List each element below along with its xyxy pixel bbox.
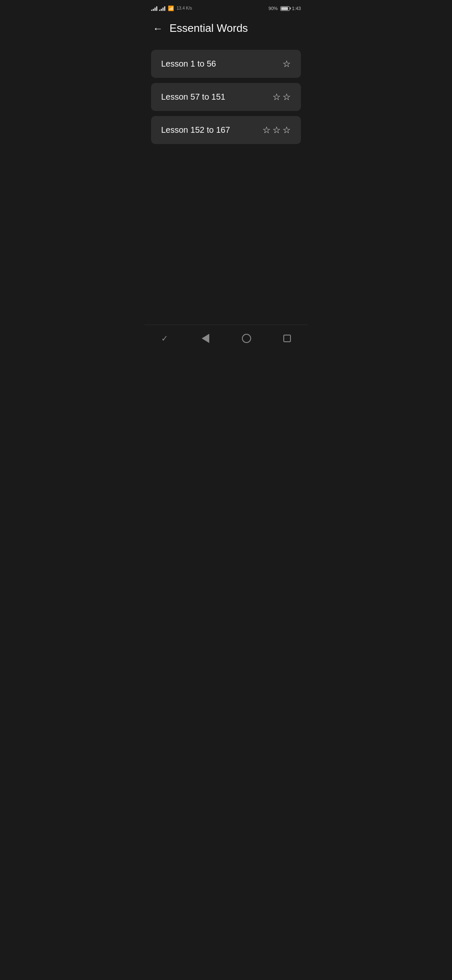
lesson-1-label: Lesson 1 to 56: [161, 59, 216, 69]
wifi-icon: 📶: [168, 5, 174, 11]
nav-recents-button[interactable]: [279, 330, 295, 347]
recents-icon: [283, 335, 291, 342]
nav-checkmark-button[interactable]: ✓: [157, 330, 173, 347]
home-icon: [242, 334, 251, 343]
star-icon: ☆: [282, 126, 291, 135]
checkmark-icon: ✓: [161, 333, 168, 343]
clock: 1:43: [292, 6, 301, 11]
status-right: 90% 1:43: [269, 6, 301, 11]
signal-icon-1: [151, 6, 157, 11]
battery-icon: [280, 6, 290, 11]
star-icon: ☆: [272, 93, 281, 102]
nav-home-button[interactable]: [238, 330, 255, 347]
star-icon: ☆: [282, 59, 291, 69]
battery-percentage: 90%: [269, 6, 278, 11]
lesson-3-label: Lesson 152 to 167: [161, 125, 230, 135]
star-icon: ☆: [262, 126, 271, 135]
page-title: Essential Words: [170, 22, 248, 35]
lesson-card-3[interactable]: Lesson 152 to 167 ☆ ☆ ☆: [151, 116, 301, 144]
back-button[interactable]: ←: [153, 23, 163, 34]
header: ← Essential Words: [144, 15, 308, 41]
lesson-1-stars: ☆: [282, 59, 291, 69]
star-icon: ☆: [282, 93, 291, 102]
signal-icon-2: [159, 6, 165, 11]
status-left: 📶 13.4 K/s: [151, 5, 192, 11]
nav-back-button[interactable]: [197, 330, 214, 347]
back-icon: [202, 334, 209, 343]
lesson-2-label: Lesson 57 to 151: [161, 92, 225, 102]
lesson-card-1[interactable]: Lesson 1 to 56 ☆: [151, 50, 301, 78]
data-speed: 13.4 K/s: [177, 6, 192, 11]
lesson-card-2[interactable]: Lesson 57 to 151 ☆ ☆: [151, 83, 301, 111]
lesson-2-stars: ☆ ☆: [272, 93, 291, 102]
lesson-list: Lesson 1 to 56 ☆ Lesson 57 to 151 ☆ ☆ Le…: [144, 41, 308, 325]
lesson-3-stars: ☆ ☆ ☆: [262, 126, 291, 135]
star-icon: ☆: [272, 126, 281, 135]
status-bar: 📶 13.4 K/s 90% 1:43: [144, 0, 308, 15]
navigation-bar: ✓: [144, 325, 308, 353]
